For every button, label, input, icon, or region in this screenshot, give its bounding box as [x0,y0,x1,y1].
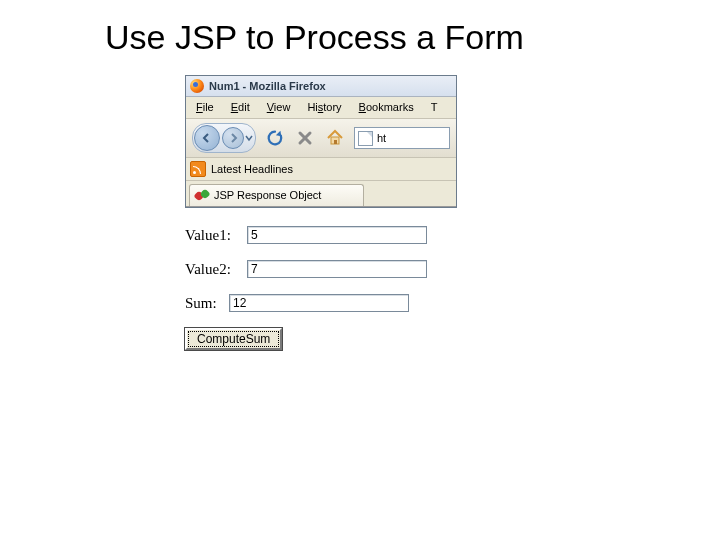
svg-rect-3 [334,140,337,144]
menu-history[interactable]: History [299,100,349,115]
page-content: Value1: Value2: Sum: ComputeSum [185,226,455,350]
forward-button[interactable] [222,127,244,149]
sum-input[interactable] [229,294,409,312]
bookmarks-toolbar: Latest Headlines [186,158,456,181]
stop-button[interactable] [294,127,316,149]
window-titlebar: Num1 - Mozilla Firefox [186,76,456,97]
menu-bookmarks[interactable]: Bookmarks [351,100,422,115]
menu-edit[interactable]: Edit [223,100,258,115]
window-title: Num1 - Mozilla Firefox [209,81,326,92]
menu-file[interactable]: File [188,100,222,115]
stop-icon [297,130,313,146]
sum-label: Sum: [185,295,229,312]
menu-view[interactable]: View [259,100,299,115]
arrow-right-icon [228,133,238,143]
rss-icon [190,161,206,177]
value2-input[interactable] [247,260,427,278]
menu-bar: File Edit View History Bookmarks T [186,97,456,119]
compute-sum-button[interactable]: ComputeSum [185,328,282,350]
value1-label: Value1: [185,227,247,244]
tab-bar: JSP Response Object [186,181,456,207]
tab-label: JSP Response Object [214,190,321,201]
arrow-left-icon [202,133,212,143]
slide-title: Use JSP to Process a Form [105,18,720,57]
url-text: ht [377,133,386,144]
chevron-down-icon [245,134,253,142]
latest-headlines-bookmark[interactable]: Latest Headlines [211,164,293,175]
jsp-tab-icon [195,188,209,202]
back-button[interactable] [194,125,220,151]
home-button[interactable] [324,127,346,149]
value1-input[interactable] [247,226,427,244]
history-dropdown[interactable] [244,126,254,150]
browser-window: Num1 - Mozilla Firefox File Edit View Hi… [185,75,457,208]
home-icon [326,129,344,147]
navigation-toolbar: ht [186,119,456,158]
menu-tools-partial[interactable]: T [423,100,446,115]
value2-label: Value2: [185,261,247,278]
address-bar[interactable]: ht [354,127,450,149]
firefox-icon [190,79,204,93]
back-forward-group [192,123,256,153]
tab-jsp-response[interactable]: JSP Response Object [189,184,364,206]
page-icon [358,131,373,146]
reload-button[interactable] [264,127,286,149]
reload-icon [266,129,284,147]
